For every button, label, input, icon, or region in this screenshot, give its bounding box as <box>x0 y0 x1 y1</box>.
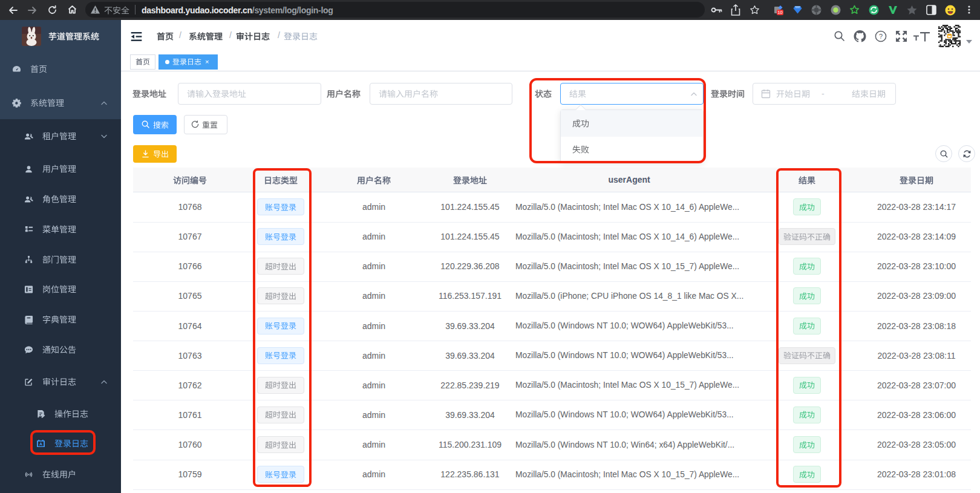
svg-text:?: ? <box>879 33 883 40</box>
svg-text:10: 10 <box>777 10 782 15</box>
